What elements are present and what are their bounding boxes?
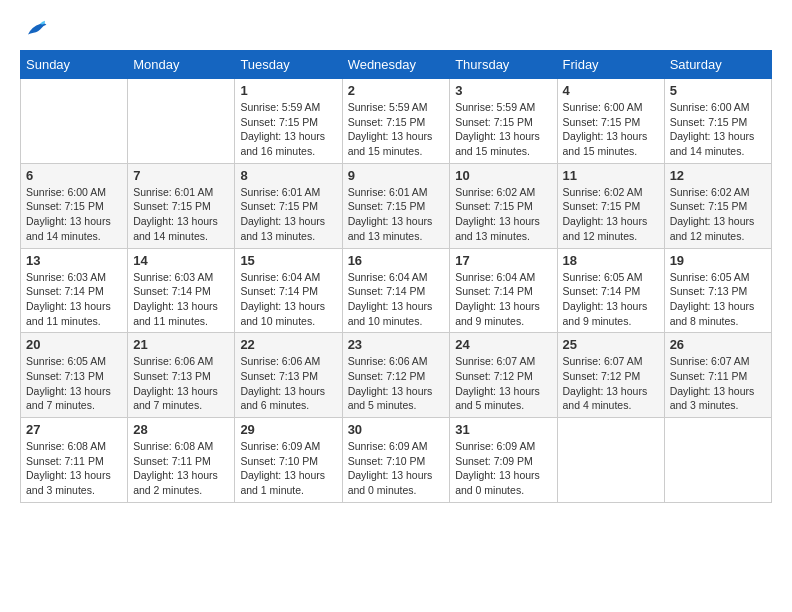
day-detail: Sunrise: 6:03 AM Sunset: 7:14 PM Dayligh… bbox=[133, 270, 229, 329]
calendar-cell bbox=[664, 418, 771, 503]
calendar-cell: 12Sunrise: 6:02 AM Sunset: 7:15 PM Dayli… bbox=[664, 163, 771, 248]
day-detail: Sunrise: 6:01 AM Sunset: 7:15 PM Dayligh… bbox=[348, 185, 445, 244]
day-detail: Sunrise: 6:05 AM Sunset: 7:13 PM Dayligh… bbox=[670, 270, 766, 329]
day-number: 2 bbox=[348, 83, 445, 98]
day-detail: Sunrise: 6:04 AM Sunset: 7:14 PM Dayligh… bbox=[240, 270, 336, 329]
calendar-cell: 30Sunrise: 6:09 AM Sunset: 7:10 PM Dayli… bbox=[342, 418, 450, 503]
day-number: 24 bbox=[455, 337, 551, 352]
day-detail: Sunrise: 6:07 AM Sunset: 7:12 PM Dayligh… bbox=[563, 354, 659, 413]
calendar-cell: 18Sunrise: 6:05 AM Sunset: 7:14 PM Dayli… bbox=[557, 248, 664, 333]
day-detail: Sunrise: 6:05 AM Sunset: 7:14 PM Dayligh… bbox=[563, 270, 659, 329]
day-number: 29 bbox=[240, 422, 336, 437]
day-detail: Sunrise: 6:00 AM Sunset: 7:15 PM Dayligh… bbox=[26, 185, 122, 244]
calendar-cell: 29Sunrise: 6:09 AM Sunset: 7:10 PM Dayli… bbox=[235, 418, 342, 503]
calendar-table: SundayMondayTuesdayWednesdayThursdayFrid… bbox=[20, 50, 772, 503]
day-detail: Sunrise: 6:00 AM Sunset: 7:15 PM Dayligh… bbox=[563, 100, 659, 159]
calendar-header-sunday: Sunday bbox=[21, 51, 128, 79]
day-detail: Sunrise: 6:00 AM Sunset: 7:15 PM Dayligh… bbox=[670, 100, 766, 159]
day-number: 9 bbox=[348, 168, 445, 183]
day-number: 30 bbox=[348, 422, 445, 437]
calendar-cell: 8Sunrise: 6:01 AM Sunset: 7:15 PM Daylig… bbox=[235, 163, 342, 248]
calendar-cell bbox=[21, 79, 128, 164]
day-number: 20 bbox=[26, 337, 122, 352]
day-detail: Sunrise: 6:01 AM Sunset: 7:15 PM Dayligh… bbox=[133, 185, 229, 244]
calendar-header-thursday: Thursday bbox=[450, 51, 557, 79]
calendar-week-row: 27Sunrise: 6:08 AM Sunset: 7:11 PM Dayli… bbox=[21, 418, 772, 503]
calendar-cell: 11Sunrise: 6:02 AM Sunset: 7:15 PM Dayli… bbox=[557, 163, 664, 248]
day-number: 19 bbox=[670, 253, 766, 268]
day-detail: Sunrise: 5:59 AM Sunset: 7:15 PM Dayligh… bbox=[240, 100, 336, 159]
calendar-cell: 19Sunrise: 6:05 AM Sunset: 7:13 PM Dayli… bbox=[664, 248, 771, 333]
day-number: 4 bbox=[563, 83, 659, 98]
day-number: 28 bbox=[133, 422, 229, 437]
day-number: 23 bbox=[348, 337, 445, 352]
calendar-cell bbox=[128, 79, 235, 164]
day-detail: Sunrise: 6:03 AM Sunset: 7:14 PM Dayligh… bbox=[26, 270, 122, 329]
calendar-cell: 31Sunrise: 6:09 AM Sunset: 7:09 PM Dayli… bbox=[450, 418, 557, 503]
day-detail: Sunrise: 6:08 AM Sunset: 7:11 PM Dayligh… bbox=[26, 439, 122, 498]
calendar-cell: 3Sunrise: 5:59 AM Sunset: 7:15 PM Daylig… bbox=[450, 79, 557, 164]
header bbox=[20, 20, 772, 40]
calendar-header-friday: Friday bbox=[557, 51, 664, 79]
day-number: 26 bbox=[670, 337, 766, 352]
day-number: 11 bbox=[563, 168, 659, 183]
day-number: 6 bbox=[26, 168, 122, 183]
calendar-cell: 7Sunrise: 6:01 AM Sunset: 7:15 PM Daylig… bbox=[128, 163, 235, 248]
day-detail: Sunrise: 6:06 AM Sunset: 7:13 PM Dayligh… bbox=[240, 354, 336, 413]
calendar-cell: 4Sunrise: 6:00 AM Sunset: 7:15 PM Daylig… bbox=[557, 79, 664, 164]
calendar-week-row: 6Sunrise: 6:00 AM Sunset: 7:15 PM Daylig… bbox=[21, 163, 772, 248]
calendar-header-saturday: Saturday bbox=[664, 51, 771, 79]
calendar-cell: 16Sunrise: 6:04 AM Sunset: 7:14 PM Dayli… bbox=[342, 248, 450, 333]
day-detail: Sunrise: 5:59 AM Sunset: 7:15 PM Dayligh… bbox=[348, 100, 445, 159]
calendar-cell: 13Sunrise: 6:03 AM Sunset: 7:14 PM Dayli… bbox=[21, 248, 128, 333]
day-number: 25 bbox=[563, 337, 659, 352]
calendar-cell: 22Sunrise: 6:06 AM Sunset: 7:13 PM Dayli… bbox=[235, 333, 342, 418]
calendar-cell: 25Sunrise: 6:07 AM Sunset: 7:12 PM Dayli… bbox=[557, 333, 664, 418]
calendar-header-wednesday: Wednesday bbox=[342, 51, 450, 79]
day-number: 21 bbox=[133, 337, 229, 352]
day-number: 31 bbox=[455, 422, 551, 437]
calendar-week-row: 20Sunrise: 6:05 AM Sunset: 7:13 PM Dayli… bbox=[21, 333, 772, 418]
day-number: 10 bbox=[455, 168, 551, 183]
day-detail: Sunrise: 6:01 AM Sunset: 7:15 PM Dayligh… bbox=[240, 185, 336, 244]
day-number: 1 bbox=[240, 83, 336, 98]
day-detail: Sunrise: 6:08 AM Sunset: 7:11 PM Dayligh… bbox=[133, 439, 229, 498]
calendar-cell: 10Sunrise: 6:02 AM Sunset: 7:15 PM Dayli… bbox=[450, 163, 557, 248]
day-number: 15 bbox=[240, 253, 336, 268]
calendar-header-row: SundayMondayTuesdayWednesdayThursdayFrid… bbox=[21, 51, 772, 79]
day-detail: Sunrise: 6:02 AM Sunset: 7:15 PM Dayligh… bbox=[455, 185, 551, 244]
day-detail: Sunrise: 6:02 AM Sunset: 7:15 PM Dayligh… bbox=[670, 185, 766, 244]
day-number: 14 bbox=[133, 253, 229, 268]
day-number: 3 bbox=[455, 83, 551, 98]
day-detail: Sunrise: 6:04 AM Sunset: 7:14 PM Dayligh… bbox=[455, 270, 551, 329]
calendar-body: 1Sunrise: 5:59 AM Sunset: 7:15 PM Daylig… bbox=[21, 79, 772, 503]
calendar-cell: 5Sunrise: 6:00 AM Sunset: 7:15 PM Daylig… bbox=[664, 79, 771, 164]
calendar-cell: 17Sunrise: 6:04 AM Sunset: 7:14 PM Dayli… bbox=[450, 248, 557, 333]
day-detail: Sunrise: 5:59 AM Sunset: 7:15 PM Dayligh… bbox=[455, 100, 551, 159]
calendar-cell: 14Sunrise: 6:03 AM Sunset: 7:14 PM Dayli… bbox=[128, 248, 235, 333]
calendar-week-row: 13Sunrise: 6:03 AM Sunset: 7:14 PM Dayli… bbox=[21, 248, 772, 333]
day-detail: Sunrise: 6:07 AM Sunset: 7:11 PM Dayligh… bbox=[670, 354, 766, 413]
calendar-header-monday: Monday bbox=[128, 51, 235, 79]
calendar-cell: 24Sunrise: 6:07 AM Sunset: 7:12 PM Dayli… bbox=[450, 333, 557, 418]
day-detail: Sunrise: 6:06 AM Sunset: 7:13 PM Dayligh… bbox=[133, 354, 229, 413]
calendar-cell: 26Sunrise: 6:07 AM Sunset: 7:11 PM Dayli… bbox=[664, 333, 771, 418]
day-number: 13 bbox=[26, 253, 122, 268]
day-number: 7 bbox=[133, 168, 229, 183]
day-number: 16 bbox=[348, 253, 445, 268]
day-detail: Sunrise: 6:04 AM Sunset: 7:14 PM Dayligh… bbox=[348, 270, 445, 329]
day-number: 17 bbox=[455, 253, 551, 268]
calendar-week-row: 1Sunrise: 5:59 AM Sunset: 7:15 PM Daylig… bbox=[21, 79, 772, 164]
day-detail: Sunrise: 6:02 AM Sunset: 7:15 PM Dayligh… bbox=[563, 185, 659, 244]
day-number: 5 bbox=[670, 83, 766, 98]
day-number: 27 bbox=[26, 422, 122, 437]
day-detail: Sunrise: 6:06 AM Sunset: 7:12 PM Dayligh… bbox=[348, 354, 445, 413]
day-detail: Sunrise: 6:07 AM Sunset: 7:12 PM Dayligh… bbox=[455, 354, 551, 413]
day-number: 8 bbox=[240, 168, 336, 183]
day-number: 22 bbox=[240, 337, 336, 352]
day-number: 18 bbox=[563, 253, 659, 268]
calendar-cell: 28Sunrise: 6:08 AM Sunset: 7:11 PM Dayli… bbox=[128, 418, 235, 503]
logo bbox=[20, 20, 52, 40]
day-number: 12 bbox=[670, 168, 766, 183]
calendar-cell: 6Sunrise: 6:00 AM Sunset: 7:15 PM Daylig… bbox=[21, 163, 128, 248]
